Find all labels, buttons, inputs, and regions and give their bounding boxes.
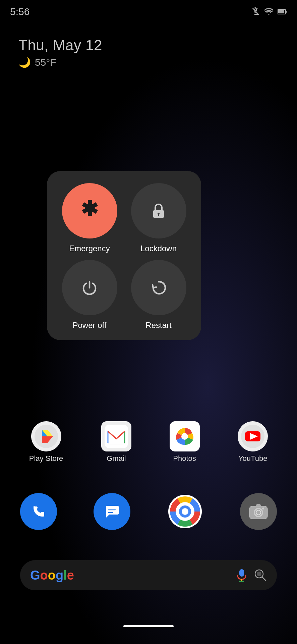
svg-line-31 (262, 577, 266, 581)
lockdown-label: Lockdown (140, 244, 177, 253)
youtube-icon-container[interactable] (238, 421, 268, 451)
emergency-label: Emergency (69, 244, 110, 253)
chrome-icon (168, 495, 202, 528)
youtube-app[interactable]: YouTube (238, 421, 268, 463)
lockdown-circle[interactable] (131, 183, 186, 238)
photos-icon (173, 425, 196, 448)
photos-label: Photos (173, 454, 196, 463)
emergency-circle[interactable]: ✱ (62, 183, 117, 238)
phone-icon (29, 502, 48, 521)
restart-label: Restart (145, 321, 171, 330)
gmail-icon (105, 425, 128, 448)
svg-rect-6 (158, 214, 159, 216)
wifi-icon (264, 8, 274, 15)
microphone-icon[interactable] (236, 569, 247, 582)
restart-button[interactable]: Restart (127, 260, 190, 330)
camera-app[interactable] (240, 493, 277, 530)
svg-point-14 (181, 433, 188, 440)
status-time: 5:56 (10, 6, 29, 17)
youtube-label: YouTube (238, 454, 267, 463)
play-store-icon (35, 425, 58, 448)
battery-icon (278, 8, 287, 15)
weather-row: 🌙 55°F (18, 56, 102, 68)
taskbar-apps: Play Store Gmail (0, 421, 297, 463)
status-icons (252, 7, 287, 16)
gmail-icon-container[interactable] (101, 421, 131, 451)
restart-circle[interactable] (131, 260, 186, 315)
lockdown-button[interactable]: Lockdown (127, 183, 190, 253)
lock-icon (149, 202, 168, 220)
youtube-icon (241, 425, 264, 448)
power-off-label: Power off (73, 321, 107, 330)
date-display: Thu, May 12 (18, 37, 102, 54)
photos-app[interactable]: Photos (170, 421, 200, 463)
messages-icon (103, 502, 121, 521)
power-circle[interactable] (62, 260, 117, 315)
emergency-icon: ✱ (79, 200, 101, 222)
date-weather: Thu, May 12 🌙 55°F (18, 37, 102, 68)
temperature: 55°F (35, 57, 56, 68)
messages-app[interactable] (94, 493, 130, 530)
svg-point-30 (257, 572, 261, 576)
svg-rect-26 (239, 569, 244, 577)
play-store-app[interactable]: Play Store (29, 421, 63, 463)
emergency-button[interactable]: ✱ Emergency (58, 183, 121, 253)
svg-point-25 (262, 507, 264, 509)
mute-icon (252, 7, 260, 16)
bottom-dock (20, 493, 277, 530)
gmail-app[interactable]: Gmail (101, 421, 131, 463)
power-menu: ✱ Emergency Lockdown Power off (47, 171, 201, 340)
power-icon (80, 278, 99, 297)
camera-icon (249, 503, 268, 520)
google-logo: G o o g l e (30, 568, 74, 583)
svg-text:✱: ✱ (81, 200, 98, 220)
play-store-icon-container[interactable] (31, 421, 61, 451)
search-bar-actions (236, 569, 267, 582)
restart-icon (149, 278, 168, 297)
lens-icon[interactable] (254, 569, 267, 582)
svg-rect-1 (278, 10, 284, 13)
search-bar[interactable]: G o o g l e (20, 560, 277, 590)
play-store-label: Play Store (29, 454, 63, 463)
home-indicator[interactable] (123, 625, 174, 627)
power-off-button[interactable]: Power off (58, 260, 121, 330)
moon-icon: 🌙 (18, 56, 31, 68)
phone-app[interactable] (20, 493, 57, 530)
svg-point-21 (182, 508, 188, 515)
gmail-label: Gmail (107, 454, 126, 463)
chrome-app[interactable] (167, 493, 203, 530)
status-bar: 5:56 (0, 0, 297, 23)
photos-icon-container[interactable] (170, 421, 200, 451)
svg-rect-2 (286, 11, 287, 13)
